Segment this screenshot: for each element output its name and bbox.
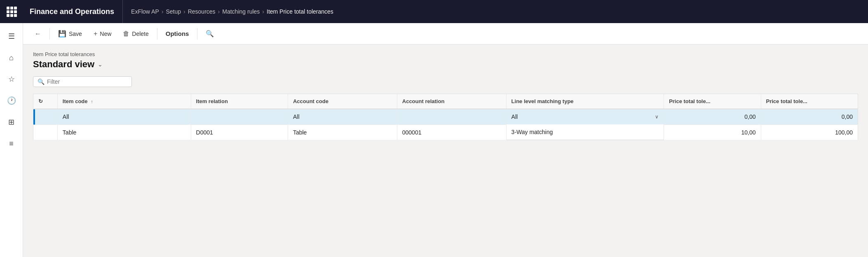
row-1-price-total-tole-2: 100,00 xyxy=(761,125,858,140)
breadcrumb-item-setup[interactable]: Setup xyxy=(166,8,181,15)
sidebar-item-hamburger[interactable]: ☰ xyxy=(2,26,21,46)
data-table: ↻ Item code ↑ Item relation Account code xyxy=(33,94,858,140)
row-1-account-relation: 000001 xyxy=(397,125,506,140)
row-1-line-level-text: 3-Way matching xyxy=(511,129,553,135)
table-row[interactable]: TableD0001Table0000013-Way matching10,00… xyxy=(33,125,858,140)
delete-button[interactable]: 🗑 Delete xyxy=(118,28,153,40)
main-layout: ☰ ⌂ ☆ 🕐 ⊞ ≡ ← 💾 Save xyxy=(0,23,868,257)
toolbar-divider-1 xyxy=(49,28,50,40)
toolbar-divider-2 xyxy=(157,28,157,40)
search-toolbar-icon: 🔍 xyxy=(206,30,214,38)
delete-icon: 🗑 xyxy=(123,30,129,38)
filter-search-icon: 🔍 xyxy=(38,78,45,85)
filter-row: 🔍 xyxy=(33,76,858,87)
th-refresh: ↻ xyxy=(33,94,58,109)
row-0-account-relation xyxy=(397,109,506,125)
page-subtitle: Item Price total tolerances xyxy=(33,51,858,57)
th-item-relation[interactable]: Item relation xyxy=(191,94,288,109)
new-button[interactable]: + New xyxy=(89,28,116,40)
breadcrumb: ExFlow AP › Setup › Resources › Matching… xyxy=(123,8,868,15)
back-icon: ← xyxy=(35,30,41,38)
star-icon: ☆ xyxy=(8,75,15,84)
row-0-line-level-matching[interactable]: All∨ xyxy=(507,109,664,125)
new-icon: + xyxy=(94,30,97,38)
toolbar: ← 💾 Save + New 🗑 Delete Options 🔍 xyxy=(23,23,868,45)
main-content: ← 💾 Save + New 🗑 Delete Options 🔍 xyxy=(23,23,868,257)
row-0-price-total-tole-2: 0,00 xyxy=(761,109,858,125)
sidebar-item-home[interactable]: ⌂ xyxy=(2,48,21,68)
save-icon: 💾 xyxy=(58,30,66,38)
view-dropdown-icon[interactable]: ⌄ xyxy=(98,61,103,68)
top-nav: Finance and Operations ExFlow AP › Setup… xyxy=(0,0,868,23)
hamburger-menu-icon: ☰ xyxy=(8,32,15,41)
th-line-level-matching[interactable]: Line level matching type xyxy=(506,94,664,109)
page-title: Standard view xyxy=(33,59,94,70)
row-1-account-code: Table xyxy=(288,125,397,140)
row-0-account-code: All xyxy=(288,109,397,125)
row-0-line-level-text: All xyxy=(511,113,518,120)
th-item-code[interactable]: Item code ↑ xyxy=(57,94,191,109)
row-1-item-code: Table xyxy=(57,125,191,140)
row-1-price-total-tole-1: 10,00 xyxy=(664,125,761,140)
row-1-select-indicator xyxy=(33,125,58,140)
th-price-tol-1[interactable]: Price total tole... xyxy=(664,94,761,109)
page-body: Item Price total tolerances Standard vie… xyxy=(23,45,868,147)
options-button[interactable]: Options xyxy=(161,28,194,40)
refresh-icon[interactable]: ↻ xyxy=(38,98,43,104)
filter-input-wrap: 🔍 xyxy=(33,76,132,87)
search-button[interactable]: 🔍 xyxy=(201,27,219,40)
sidebar-item-recent[interactable]: 🕐 xyxy=(2,91,21,111)
th-account-code[interactable]: Account code xyxy=(288,94,397,109)
table-row[interactable]: AllAllAll∨0,000,00 xyxy=(33,109,858,125)
list-icon: ≡ xyxy=(9,139,14,148)
home-icon: ⌂ xyxy=(9,54,14,62)
breadcrumb-item-resources[interactable]: Resources xyxy=(188,8,216,15)
filter-input[interactable] xyxy=(47,78,127,85)
row-0-price-total-tole-1: 0,00 xyxy=(664,109,761,125)
row-0-item-relation xyxy=(191,109,288,125)
row-0-select-indicator xyxy=(33,109,58,125)
clock-icon: 🕐 xyxy=(7,96,16,105)
sidebar-item-workspaces[interactable]: ⊞ xyxy=(2,112,21,132)
row-0-line-level-dropdown-icon[interactable]: ∨ xyxy=(655,114,659,120)
toolbar-divider-3 xyxy=(197,28,197,40)
sort-icon: ↑ xyxy=(91,99,93,104)
table-icon: ⊞ xyxy=(8,118,14,127)
th-price-tol-2[interactable]: Price total tole... xyxy=(761,94,858,109)
waffle-button[interactable] xyxy=(0,0,23,23)
sidebar: ☰ ⌂ ☆ 🕐 ⊞ ≡ xyxy=(0,23,23,257)
back-button[interactable]: ← xyxy=(30,28,46,40)
page-title-row: Standard view ⌄ xyxy=(33,59,858,70)
breadcrumb-item-tolerances: Item Price total tolerances xyxy=(267,8,333,15)
table-header-row: ↻ Item code ↑ Item relation Account code xyxy=(33,94,858,109)
save-button[interactable]: 💾 Save xyxy=(53,27,87,40)
row-0-item-code: All xyxy=(57,109,191,125)
th-account-relation[interactable]: Account relation xyxy=(397,94,506,109)
row-1-line-level-matching: 3-Way matching xyxy=(507,125,664,140)
app-name: Finance and Operations xyxy=(23,0,123,23)
breadcrumb-item-matchingrules[interactable]: Matching rules xyxy=(222,8,260,15)
sidebar-item-modules[interactable]: ≡ xyxy=(2,134,21,153)
sidebar-item-favorites[interactable]: ☆ xyxy=(2,69,21,89)
breadcrumb-item-exflowap[interactable]: ExFlow AP xyxy=(131,8,159,15)
row-1-item-relation: D0001 xyxy=(191,125,288,140)
waffle-grid-icon xyxy=(7,7,17,17)
